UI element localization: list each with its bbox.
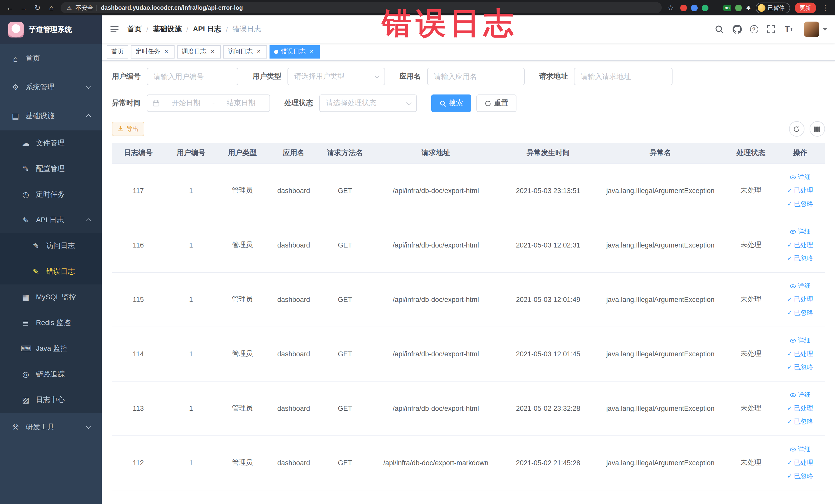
sidebar-item-file-manage[interactable]: ☁文件管理	[0, 130, 102, 156]
breadcrumb-item[interactable]: 首页	[127, 25, 142, 34]
search-icon[interactable]	[714, 24, 724, 35]
help-icon[interactable]: ?	[750, 25, 758, 33]
action-detail[interactable]: 详细	[776, 279, 824, 293]
extension-icon-1[interactable]	[680, 4, 687, 11]
action-detail[interactable]: 详细	[776, 443, 824, 456]
action-ignored[interactable]: ✓已忽略	[776, 306, 824, 319]
calendar-icon	[152, 100, 160, 107]
column-settings-icon[interactable]	[809, 121, 825, 137]
action-detail[interactable]: 详细	[776, 225, 824, 238]
action-detail[interactable]: 详细	[776, 334, 824, 347]
user-type-placeholder: 请选择用户类型	[294, 72, 345, 81]
bookmark-star-icon[interactable]: ☆	[666, 4, 675, 12]
sidebar-item-redis-monitor[interactable]: ≣Redis 监控	[0, 310, 102, 336]
eye-icon	[790, 228, 796, 235]
tag-job-log[interactable]: 调度日志×	[177, 45, 221, 58]
extension-icon-2[interactable]	[691, 4, 697, 11]
action-ignored[interactable]: ✓已忽略	[776, 415, 824, 428]
java-icon: ⌨	[21, 344, 31, 353]
cell-method: GET	[320, 218, 370, 272]
tag-job[interactable]: 定时任务×	[131, 45, 175, 58]
sidebar-item-dev-tools[interactable]: ⚒研发工具	[0, 413, 102, 442]
action-processed[interactable]: ✓已处理	[776, 347, 824, 361]
profile-avatar-icon	[757, 4, 765, 12]
action-ignored[interactable]: ✓已忽略	[776, 361, 824, 374]
sidebar-item-java-monitor[interactable]: ⌨Java 监控	[0, 336, 102, 362]
browser-menu-icon[interactable]: ⋮	[821, 4, 830, 12]
export-button-label: 导出	[126, 124, 139, 133]
cell-url: /api/infra/db-doc/export-html	[370, 327, 502, 381]
forward-icon[interactable]: →	[19, 4, 28, 12]
action-label: 详细	[798, 388, 811, 402]
sidebar-item-system-manage[interactable]: ⚙系统管理	[0, 73, 102, 102]
user-type-select[interactable]: 请选择用户类型	[287, 68, 385, 85]
tag-label: 调度日志	[182, 47, 206, 56]
action-processed[interactable]: ✓已处理	[776, 456, 824, 469]
breadcrumb-item[interactable]: API 日志	[193, 25, 221, 34]
profile-chip[interactable]: 已暂停	[755, 2, 790, 13]
action-processed[interactable]: ✓已处理	[776, 184, 824, 197]
action-ignored[interactable]: ✓已忽略	[776, 251, 824, 265]
export-button[interactable]: 导出	[112, 122, 144, 136]
extension-icon-5[interactable]	[735, 4, 742, 11]
close-icon[interactable]: ×	[308, 48, 315, 55]
process-status-select[interactable]: 请选择处理状态	[319, 95, 417, 112]
update-button[interactable]: 更新	[794, 2, 816, 13]
action-processed[interactable]: ✓已处理	[776, 293, 824, 306]
sidebar-item-access-log[interactable]: ✎访问日志	[0, 233, 102, 259]
user-id-input[interactable]	[147, 68, 238, 85]
app-logo-bar[interactable]: 芋道管理系统	[0, 15, 102, 44]
cell-method: GET	[320, 436, 370, 490]
extension-on-badge[interactable]: on	[723, 4, 731, 11]
tag-error-log[interactable]: 错误日志×	[269, 45, 320, 58]
sidebar-item-log-center[interactable]: ▨日志中心	[0, 387, 102, 413]
request-url-input[interactable]	[574, 68, 673, 85]
action-processed[interactable]: ✓已处理	[776, 402, 824, 415]
action-detail[interactable]: 详细	[776, 388, 824, 402]
reset-button[interactable]: 重置	[476, 95, 516, 112]
action-ignored[interactable]: ✓已忽略	[776, 197, 824, 210]
tag-access-log[interactable]: 访问日志×	[223, 45, 267, 58]
sidebar-item-home[interactable]: ⌂首页	[0, 44, 102, 73]
process-status-placeholder: 请选择处理状态	[326, 99, 376, 108]
browser-home-icon[interactable]: ⌂	[47, 4, 56, 12]
github-icon[interactable]	[732, 24, 742, 35]
eye-icon	[790, 283, 796, 289]
font-size-icon[interactable]: TT	[784, 24, 794, 35]
app-name-input[interactable]	[427, 68, 525, 85]
extension-icon-4[interactable]	[712, 4, 719, 11]
close-icon[interactable]: ×	[255, 48, 262, 55]
sidebar-item-link-trace[interactable]: ◎链路追踪	[0, 362, 102, 387]
user-avatar[interactable]	[804, 22, 827, 37]
sidebar-item-error-log[interactable]: ✎错误日志	[0, 259, 102, 284]
extension-icon-3[interactable]	[701, 4, 708, 11]
back-icon[interactable]: ←	[5, 4, 14, 12]
sidebar-item-infrastructure[interactable]: ▤基础设施	[0, 102, 102, 130]
warning-icon: ⚠	[67, 4, 72, 11]
sidebar-item-api-log[interactable]: ✎API 日志	[0, 207, 102, 233]
sidebar-item-label: 配置管理	[36, 164, 65, 174]
reload-icon[interactable]: ↻	[33, 4, 42, 12]
search-button[interactable]: 搜索	[431, 95, 471, 112]
exception-time-range-picker[interactable]: 开始日期 - 结束日期	[147, 95, 270, 112]
close-icon[interactable]: ×	[163, 48, 170, 55]
fullscreen-icon[interactable]	[766, 24, 776, 35]
tag-home[interactable]: 首页	[107, 45, 128, 58]
refresh-icon[interactable]	[789, 121, 804, 137]
cloud-icon: ☁	[21, 139, 31, 148]
breadcrumb-item[interactable]: 基础设施	[153, 25, 182, 34]
top-navbar: 首页/基础设施/API 日志/错误日志 ? TT	[102, 15, 835, 43]
eye-icon	[790, 337, 796, 344]
extension-icon-6[interactable]: ✱	[746, 4, 751, 11]
hamburger-icon[interactable]	[110, 25, 119, 34]
check-icon: ✓	[787, 306, 792, 319]
sidebar-item-scheduled-job[interactable]: ◷定时任务	[0, 182, 102, 207]
close-icon[interactable]: ×	[209, 48, 216, 55]
sidebar-item-config-manage[interactable]: ✎配置管理	[0, 156, 102, 182]
action-ignored[interactable]: ✓已忽略	[776, 469, 824, 483]
action-processed[interactable]: ✓已处理	[776, 238, 824, 251]
cell-user-id: 1	[165, 436, 217, 490]
action-detail[interactable]: 详细	[776, 170, 824, 184]
sidebar-item-mysql-monitor[interactable]: ▦MySQL 监控	[0, 284, 102, 310]
address-bar[interactable]: ⚠ 不安全 dashboard.yudao.iocoder.cn/infra/l…	[61, 2, 661, 13]
